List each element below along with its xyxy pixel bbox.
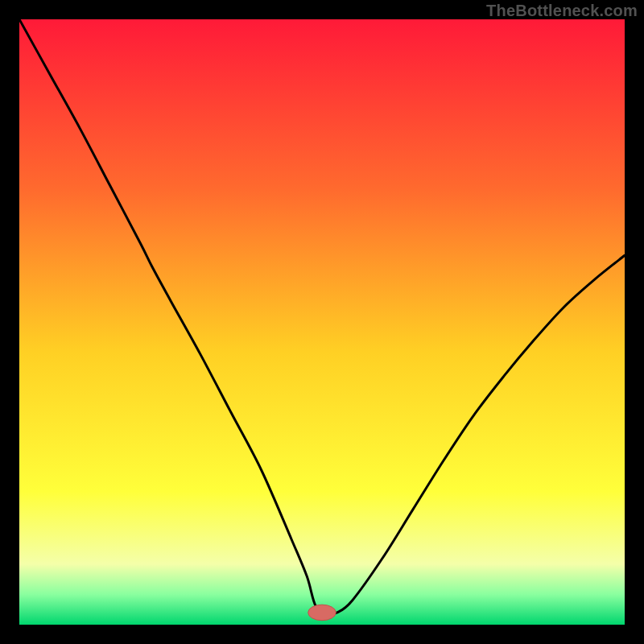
chart-svg — [19, 19, 625, 625]
gradient-rect — [19, 19, 625, 625]
minimum-marker — [308, 605, 336, 621]
plot-area — [19, 19, 625, 625]
watermark-label: TheBottleneck.com — [486, 2, 638, 20]
chart-frame: TheBottleneck.com — [0, 0, 644, 644]
